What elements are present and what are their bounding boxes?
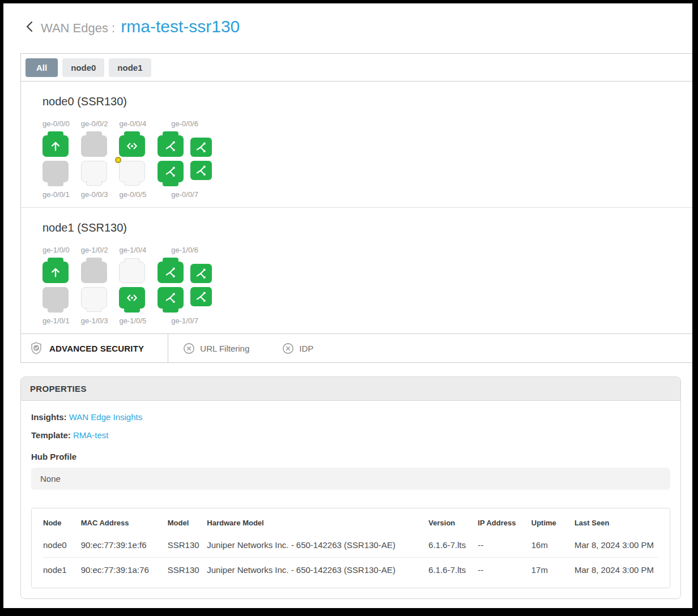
tab-node0[interactable]: node0 [62,58,104,77]
port-column: ge-0/0/2ge-0/0/3 [81,119,108,199]
port-tab [163,131,178,136]
hub-profile-value: None [31,468,670,490]
table-header-cell: Version [428,511,478,533]
table-header-cell: IP Address [478,511,531,533]
port-label: ge-0/0/5 [119,190,146,199]
port-label: ge-1/0/0 [42,246,70,255]
port-label: ge-1/0/5 [119,316,146,326]
table-cell: 90:ec:77:39:1a:76 [81,558,168,583]
branch-icon [194,267,208,280]
port-tab [163,308,178,313]
template-link[interactable]: RMA-test [73,430,109,440]
port-column: ge-0/0/6ge-0/0/7 [158,119,212,199]
port-row-bottom [119,287,146,309]
insights-link[interactable]: WAN Edge Insights [69,412,143,422]
port-up[interactable] [190,161,212,180]
page-title: rma-test-ssr130 [121,17,240,36]
back-icon[interactable] [25,20,34,33]
port-up[interactable] [42,262,69,283]
port-label: ge-0/0/3 [81,190,108,199]
port-column: ge-1/0/6ge-1/0/7 [158,246,212,326]
template-row: Template: RMA-test [31,430,670,440]
port-label: ge-1/0/3 [81,316,108,326]
port-tab [124,258,140,263]
port-column: ge-1/0/2ge-1/0/3 [81,246,108,326]
port-row-bottom [158,161,212,182]
table-cell: Mar 8, 2024 3:00 PM [574,558,658,583]
tab-node1[interactable]: node1 [109,58,151,77]
nodes-table: NodeMAC AddressModelHardware ModelVersio… [43,511,658,582]
code-icon [125,291,139,305]
properties-body: Insights: WAN Edge Insights Template: RM… [21,401,680,598]
port-row-bottom [42,161,70,182]
port-grid: ge-1/0/0ge-1/0/1ge-1/0/2ge-1/0/3ge-1/0/4… [42,246,692,326]
port-tab [48,308,63,313]
table-header-cell: Node [43,511,81,533]
node-section-0: node0 (SSR130)ge-0/0/0ge-0/0/1ge-0/0/2ge… [21,82,692,207]
table-cell: node1 [43,558,81,583]
device-panel: Allnode0node1 node0 (SSR130)ge-0/0/0ge-0… [20,53,692,363]
branch-icon [164,139,177,153]
security-item-url-filtering: URL Filtering [183,343,249,354]
port-row-top [81,262,108,283]
branch-icon [194,290,208,303]
port-tab [124,131,140,136]
nodes-container: node0 (SSR130)ge-0/0/0ge-0/0/1ge-0/0/2ge… [21,82,692,333]
port-up[interactable] [158,161,184,182]
port-up[interactable] [158,135,184,157]
status-dot-yellow [115,157,121,163]
table-cell: Juniper Networks Inc. - 650-142263 (SSR1… [207,533,428,558]
branch-icon [194,140,208,154]
port-disconnected[interactable] [42,287,69,309]
port-unconfigured[interactable] [119,262,145,283]
table-cell: 90:ec:77:39:1e:f6 [81,533,168,558]
port-tab [124,181,140,186]
port-disconnected[interactable] [81,262,107,283]
port-up[interactable] [42,135,69,157]
advanced-security: ADVANCED SECURITY [21,334,168,362]
port-row-bottom [42,287,70,309]
table-cell: SSR130 [168,533,207,558]
port-unconfigured[interactable] [119,161,145,182]
port-disconnected[interactable] [81,135,107,157]
breadcrumb[interactable]: WAN Edges : [41,21,115,36]
port-tab [48,131,63,136]
port-disconnected[interactable] [42,161,69,182]
port-up[interactable] [119,135,145,157]
port-up[interactable] [158,287,184,309]
security-items: URL FilteringIDP [168,334,313,362]
table-cell: -- [478,558,531,583]
port-label: ge-0/0/7 [158,190,212,199]
hub-profile-label: Hub Profile [31,452,670,461]
properties-panel: PROPERTIES Insights: WAN Edge Insights T… [20,377,681,599]
table-cell: -- [478,533,531,558]
port-up[interactable] [158,262,184,283]
port-unconfigured[interactable] [81,287,107,309]
port-row-top [81,135,108,157]
port-label: ge-1/0/7 [158,316,212,326]
port-label: ge-1/0/2 [81,246,108,255]
port-row-top [158,262,212,283]
security-bar: ADVANCED SECURITY URL FilteringIDP [21,333,692,362]
page: WAN Edges : rma-test-ssr130 Allnode0node… [3,17,692,599]
tab-all[interactable]: All [25,58,58,77]
port-up[interactable] [119,287,145,309]
arrow-up-icon [49,266,62,279]
security-item-idp: IDP [282,343,313,354]
port-label: ge-0/0/1 [42,190,70,199]
port-label: ge-1/0/6 [158,246,212,255]
branch-icon [164,165,177,178]
port-tab [86,307,102,312]
node-section-1: node1 (SSR130)ge-1/0/0ge-1/0/1ge-1/0/2ge… [21,208,692,333]
table-header-cell: Uptime [531,511,574,533]
port-up[interactable] [190,287,212,306]
table-header-cell: MAC Address [81,511,168,533]
port-up[interactable] [190,264,212,283]
table-header-row: NodeMAC AddressModelHardware ModelVersio… [43,511,658,533]
port-unconfigured[interactable] [81,161,107,182]
port-column: ge-0/0/0ge-0/0/1 [42,119,70,199]
port-up[interactable] [190,138,212,157]
port-column: ge-0/0/4ge-0/0/5 [119,119,146,199]
advanced-security-label: ADVANCED SECURITY [49,344,144,353]
port-row-top [119,262,146,283]
